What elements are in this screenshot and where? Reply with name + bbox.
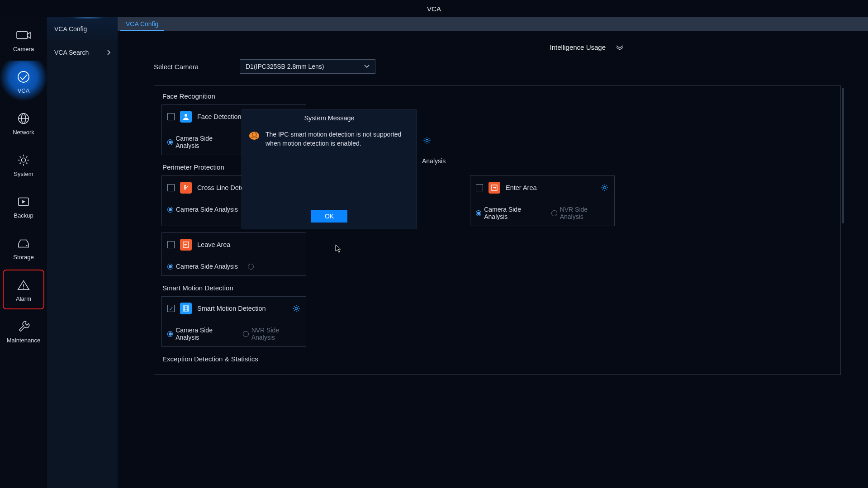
svg-point-4 <box>21 158 25 162</box>
nav-item-backup[interactable]: Backup <box>0 185 47 227</box>
alarm-icon <box>16 277 31 293</box>
page-body: Intelligence Usage Select Camera D1(IPC3… <box>118 31 868 488</box>
radio-leave-nvr[interactable] <box>248 263 254 270</box>
backup-icon <box>16 194 31 209</box>
radio-crossline-camera[interactable]: Camera Side Analysis <box>167 206 238 213</box>
tab-label-vca-config: VCA Config <box>126 20 158 28</box>
nav-label-maintenance: Maintenance <box>7 337 40 344</box>
svg-point-1 <box>18 71 29 82</box>
face-detection-icon <box>180 111 192 123</box>
section-title-exception: Exception Detection & Statistics <box>162 355 833 363</box>
scrollbar[interactable] <box>842 88 844 223</box>
radio-leave-camera[interactable]: Camera Side Analysis <box>167 263 238 270</box>
svg-point-7 <box>185 114 187 117</box>
leave-area-icon <box>180 239 192 251</box>
svg-rect-14 <box>183 306 189 311</box>
title-bar: VCA <box>0 0 868 17</box>
dialog-title: System Message <box>242 110 417 125</box>
gear-icon <box>16 152 31 168</box>
card-label-leave-area: Leave Area <box>197 241 300 248</box>
svg-point-15 <box>295 307 297 309</box>
content-area: VCA Config Intelligence Usage Select Cam… <box>118 17 868 488</box>
nav-item-network[interactable]: Network <box>0 102 47 144</box>
nav-label-alarm: Alarm <box>16 295 31 302</box>
section-title-smart-motion: Smart Motion Detection <box>162 284 833 292</box>
warning-icon <box>248 131 260 141</box>
nav-item-maintenance[interactable]: Maintenance <box>0 310 47 352</box>
storage-icon <box>16 236 31 251</box>
subnav: VCA Config VCA Search <box>47 17 118 488</box>
nav-label-storage: Storage <box>13 254 34 261</box>
checkbox-leave-area[interactable] <box>167 241 175 248</box>
nav-item-storage[interactable]: Storage <box>0 227 47 269</box>
card-enter-area: Enter Area Camera Side Analysis NVR Side… <box>470 175 615 226</box>
settings-icon-enter-area[interactable] <box>601 184 609 192</box>
chevron-down-icon <box>364 65 370 68</box>
svg-point-11 <box>603 186 606 189</box>
wrench-icon <box>16 319 31 334</box>
subnav-label-vca-config: VCA Config <box>54 25 87 33</box>
tab-bar: VCA Config <box>118 17 868 31</box>
ok-button-label: OK <box>325 213 334 220</box>
vca-icon <box>16 69 31 85</box>
radio-smart-nvr[interactable]: NVR Side Analysis <box>243 327 300 341</box>
select-camera-label: Select Camera <box>154 63 240 71</box>
select-camera-value: D1(IPC325SB 2.8mm Lens) <box>246 63 324 70</box>
card-label-smart-motion: Smart Motion Detection <box>197 305 287 312</box>
radio-label-smart-nvr: NVR Side Analysis <box>251 327 300 341</box>
card-smart-motion: ✓ Smart Motion Detection Camera Side Ana… <box>161 296 306 347</box>
checkbox-cross-line[interactable] <box>167 184 175 191</box>
dialog-message: The IPC smart motion detection is not su… <box>266 130 407 204</box>
svg-rect-0 <box>17 31 27 38</box>
radio-enter-camera[interactable]: Camera Side Analysis <box>476 206 541 220</box>
select-camera-dropdown[interactable]: D1(IPC325SB 2.8mm Lens) <box>240 59 375 74</box>
svg-point-9 <box>184 185 186 187</box>
intelligence-usage-expand-icon[interactable] <box>616 45 624 50</box>
nav-rail: Camera VCA Network <box>0 17 47 488</box>
nav-item-alarm[interactable]: Alarm <box>3 270 44 309</box>
hidden-analysis-tail: Analysis <box>422 157 446 165</box>
radio-label-enter-nvr: NVR Side Analysis <box>560 206 609 220</box>
nav-item-system[interactable]: System <box>0 144 47 185</box>
checkbox-smart-motion[interactable]: ✓ <box>167 305 175 312</box>
cross-line-icon <box>180 182 192 194</box>
enter-area-icon <box>489 182 500 194</box>
system-message-dialog: System Message The IPC smart motion dete… <box>242 109 417 229</box>
settings-icon-smart-motion[interactable] <box>292 304 300 313</box>
nav-label-vca: VCA <box>18 87 30 94</box>
radio-smart-camera[interactable]: Camera Side Analysis <box>167 327 233 341</box>
nav-item-vca[interactable]: VCA <box>0 61 47 102</box>
card-label-enter-area: Enter Area <box>506 184 595 191</box>
nav-item-camera[interactable]: Camera <box>0 19 47 61</box>
radio-label-leave-camera: Camera Side Analysis <box>176 263 238 270</box>
chevron-right-icon <box>107 50 110 55</box>
radio-label-crossline-camera: Camera Side Analysis <box>176 206 238 213</box>
nav-label-backup: Backup <box>14 212 33 219</box>
subnav-label-vca-search: VCA Search <box>54 49 89 56</box>
globe-icon <box>16 111 31 126</box>
settings-icon-hidden[interactable] <box>423 137 431 145</box>
svg-point-12 <box>426 139 428 142</box>
checkbox-face-detection[interactable] <box>167 113 175 120</box>
camera-icon <box>16 28 31 43</box>
nav-label-camera: Camera <box>13 46 34 52</box>
radio-label-smart-camera: Camera Side Analysis <box>175 327 233 341</box>
checkbox-enter-area[interactable] <box>476 184 483 191</box>
radio-label-face-camera: Camera Side Analysis <box>175 135 233 149</box>
radio-label-enter-camera: Camera Side Analysis <box>484 206 541 220</box>
card-leave-area: Leave Area Camera Side Analysis <box>161 232 306 276</box>
radio-enter-nvr[interactable]: NVR Side Analysis <box>551 206 609 220</box>
smart-motion-icon <box>180 303 192 314</box>
app-title: VCA <box>427 5 441 13</box>
subnav-item-vca-search[interactable]: VCA Search <box>47 41 118 64</box>
svg-point-16 <box>249 132 259 140</box>
nav-label-system: System <box>14 171 33 177</box>
tab-vca-config[interactable]: VCA Config <box>118 17 166 31</box>
ok-button[interactable]: OK <box>311 210 347 223</box>
svg-point-6 <box>23 287 24 288</box>
nav-label-network: Network <box>13 129 34 136</box>
subnav-item-vca-config[interactable]: VCA Config <box>47 17 118 41</box>
intelligence-usage-label: Intelligence Usage <box>550 43 606 51</box>
section-title-face-recognition: Face Recognition <box>162 92 833 100</box>
radio-face-camera[interactable]: Camera Side Analysis <box>167 135 233 149</box>
